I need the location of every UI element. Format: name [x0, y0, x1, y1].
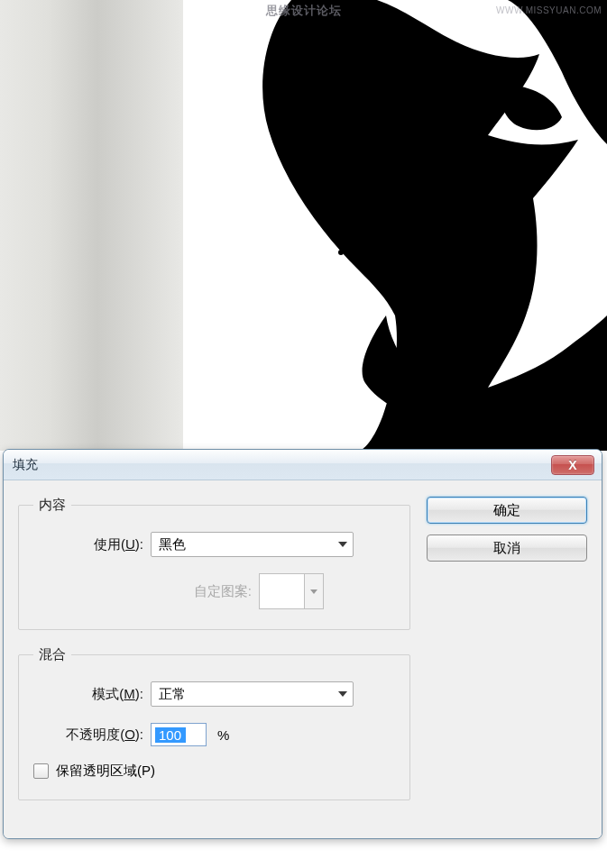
svg-point-1 — [418, 226, 426, 233]
svg-point-15 — [519, 223, 524, 228]
use-label: 使用(U): — [33, 536, 151, 553]
preserve-transparency-checkbox[interactable] — [33, 763, 49, 779]
svg-point-7 — [377, 353, 382, 359]
use-dropdown-value: 黑色 — [159, 536, 186, 553]
svg-point-14 — [314, 164, 319, 169]
content-legend: 内容 — [33, 497, 71, 514]
titlebar[interactable]: 填充 X — [4, 450, 602, 480]
opacity-label: 不透明度(O): — [33, 726, 151, 744]
ok-button[interactable]: 确定 — [427, 497, 587, 524]
svg-point-2 — [437, 236, 443, 242]
pattern-dropdown-button[interactable] — [305, 574, 323, 608]
mode-dropdown-value: 正常 — [159, 686, 186, 703]
opacity-value: 100 — [155, 727, 186, 743]
watermark-top: 思缘设计论坛 — [266, 3, 342, 19]
fill-dialog: 填充 X 内容 使用(U): 黑色 — [3, 449, 602, 839]
dialog-title: 填充 — [13, 457, 38, 473]
close-button[interactable]: X — [551, 455, 594, 475]
watermark-corner: WWW.MISSYUAN.COM — [496, 5, 602, 15]
dialog-body: 内容 使用(U): 黑色 自定图案: — [4, 480, 602, 838]
blend-fieldset: 混合 模式(M): 正常 不透明度(O): — [18, 646, 410, 800]
svg-point-3 — [464, 295, 470, 300]
svg-point-8 — [390, 385, 395, 390]
pattern-label: 自定图案: — [33, 583, 259, 600]
cancel-button[interactable]: 取消 — [427, 535, 587, 562]
pattern-preview — [260, 574, 305, 608]
svg-point-13 — [325, 205, 330, 210]
svg-point-12 — [338, 250, 344, 255]
svg-point-11 — [487, 389, 492, 395]
svg-point-4 — [409, 339, 417, 346]
pattern-swatch[interactable] — [259, 573, 324, 609]
content-fieldset: 内容 使用(U): 黑色 自定图案: — [18, 497, 410, 630]
use-dropdown[interactable]: 黑色 — [151, 532, 354, 557]
chevron-down-icon — [310, 589, 317, 594]
svg-point-9 — [415, 398, 420, 404]
chevron-down-icon — [338, 691, 347, 697]
chevron-down-icon — [338, 542, 347, 547]
svg-point-5 — [446, 351, 452, 356]
blend-legend: 混合 — [33, 646, 71, 663]
opacity-unit: % — [217, 727, 229, 743]
mode-dropdown[interactable]: 正常 — [151, 681, 354, 707]
preserve-transparency-label: 保留透明区域(P) — [56, 763, 155, 780]
svg-point-10 — [455, 401, 461, 407]
canvas-area: 思缘设计论坛 WWW.MISSYUAN.COM — [0, 0, 607, 451]
close-icon: X — [568, 458, 576, 472]
opacity-input[interactable]: 100 — [151, 723, 207, 746]
threshold-portrait — [183, 0, 607, 451]
svg-point-6 — [482, 343, 489, 351]
mode-label: 模式(M): — [33, 686, 151, 703]
